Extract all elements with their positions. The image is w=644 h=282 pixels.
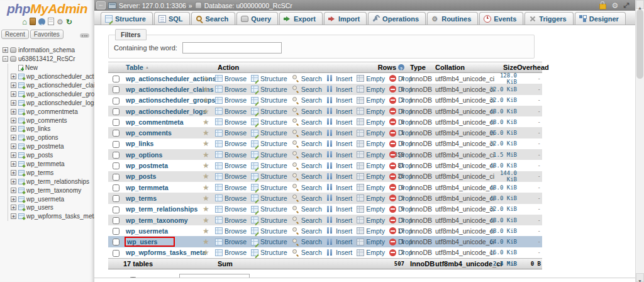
- search-link[interactable]: Search: [292, 75, 322, 82]
- search-link[interactable]: Search: [292, 184, 322, 191]
- structure-link[interactable]: Structure: [251, 108, 287, 115]
- tree-label[interactable]: wp_comments: [26, 117, 67, 124]
- favorite-star-icon[interactable]: [203, 108, 209, 115]
- tree-label[interactable]: wp_terms: [26, 169, 53, 176]
- search-link[interactable]: Search: [292, 86, 322, 93]
- row-checkbox[interactable]: [113, 98, 119, 104]
- browse-link[interactable]: Browse: [215, 249, 247, 256]
- expand-icon[interactable]: +: [11, 152, 16, 158]
- row-checkbox[interactable]: [113, 108, 119, 115]
- structure-link[interactable]: Structure: [251, 205, 287, 213]
- tree-label[interactable]: wp_actionscheduler_actions: [26, 73, 106, 80]
- tree-label[interactable]: wp_postmeta: [26, 143, 64, 150]
- row-checkbox[interactable]: [113, 152, 119, 159]
- table-name-link[interactable]: wp_postmeta: [126, 162, 168, 169]
- browse-link[interactable]: Browse: [215, 217, 247, 224]
- expand-icon[interactable]: +: [11, 213, 16, 219]
- row-checkbox[interactable]: [113, 217, 119, 224]
- favorite-star-icon[interactable]: [203, 162, 209, 169]
- insert-link[interactable]: Insert: [326, 140, 352, 147]
- tree-item-wp_actionscheduler_groups[interactable]: +wp_actionscheduler_groups: [11, 89, 94, 98]
- home-icon[interactable]: [22, 16, 27, 27]
- insert-link[interactable]: Insert: [326, 162, 352, 169]
- structure-link[interactable]: Structure: [251, 162, 287, 169]
- table-name-link[interactable]: wp_terms: [126, 195, 157, 202]
- tab-events[interactable]: Events: [479, 12, 523, 25]
- tree-label[interactable]: wp_termmeta: [26, 161, 65, 167]
- structure-link[interactable]: Structure: [251, 129, 287, 137]
- insert-link[interactable]: Insert: [326, 96, 352, 104]
- structure-link[interactable]: Structure: [251, 96, 287, 104]
- insert-link[interactable]: Insert: [326, 118, 352, 126]
- table-name-link[interactable]: wp_commentmeta: [126, 118, 184, 126]
- tree-label[interactable]: wp_usermeta: [26, 196, 64, 203]
- expand-icon[interactable]: [623, 1, 629, 9]
- row-checkbox[interactable]: [113, 174, 119, 181]
- row-checkbox[interactable]: [113, 141, 119, 148]
- expand-icon[interactable]: +: [11, 91, 16, 97]
- filter-input[interactable]: [182, 42, 282, 54]
- structure-link[interactable]: Structure: [251, 227, 287, 235]
- panel-tab-recent[interactable]: Recent: [1, 30, 29, 39]
- search-link[interactable]: Search: [292, 108, 322, 115]
- table-name-link[interactable]: wp_actionscheduler_logs: [126, 108, 206, 115]
- browse-link[interactable]: Browse: [215, 129, 247, 137]
- phpmyadmin-logo[interactable]: phpMyAdmin: [0, 1, 94, 16]
- help-icon[interactable]: [398, 64, 404, 70]
- table-name-link[interactable]: wp_users: [127, 238, 157, 245]
- browse-link[interactable]: Browse: [215, 108, 247, 115]
- tree-label[interactable]: wp_users: [26, 204, 53, 211]
- insert-link[interactable]: Insert: [326, 75, 352, 82]
- tab-routines[interactable]: Routines: [427, 12, 478, 25]
- structure-link[interactable]: Structure: [251, 249, 287, 256]
- table-name-link[interactable]: wp_wpforms_tasks_meta: [126, 249, 206, 256]
- insert-link[interactable]: Insert: [326, 172, 352, 180]
- search-link[interactable]: Search: [292, 205, 322, 213]
- table-name-link[interactable]: wp_comments: [126, 129, 172, 137]
- search-link[interactable]: Search: [292, 118, 322, 126]
- favorite-star-icon[interactable]: [203, 75, 209, 82]
- navigation-settings-icon[interactable]: [80, 33, 89, 38]
- expand-icon[interactable]: +: [11, 82, 16, 88]
- breadcrumb-database[interactable]: Database: u00000000_RcSCr: [204, 2, 292, 9]
- insert-link[interactable]: Insert: [326, 86, 352, 93]
- tree-label[interactable]: wp_links: [26, 125, 50, 132]
- favorite-star-icon[interactable]: [203, 151, 209, 159]
- row-checkbox[interactable]: [113, 228, 119, 235]
- structure-link[interactable]: Structure: [251, 118, 287, 126]
- settings-icon[interactable]: [57, 16, 64, 27]
- insert-link[interactable]: Insert: [326, 227, 352, 235]
- favorite-star-icon[interactable]: [203, 217, 209, 224]
- row-checkbox[interactable]: [113, 195, 119, 202]
- browse-link[interactable]: Browse: [215, 140, 247, 147]
- tree-item-information_schema[interactable]: +information_schema: [3, 46, 94, 55]
- insert-link[interactable]: Insert: [326, 217, 352, 224]
- favorite-star-icon[interactable]: [203, 86, 209, 93]
- search-link[interactable]: Search: [292, 217, 322, 224]
- structure-link[interactable]: Structure: [251, 217, 287, 224]
- structure-link[interactable]: Structure: [251, 75, 287, 82]
- browse-link[interactable]: Browse: [215, 162, 247, 169]
- tree-label[interactable]: wp_commentmeta: [26, 108, 78, 115]
- favorite-star-icon[interactable]: [203, 238, 209, 245]
- row-checkbox[interactable]: [113, 76, 119, 82]
- tree-label[interactable]: wp_actionscheduler_claims: [26, 82, 103, 89]
- lock-icon[interactable]: [599, 4, 606, 9]
- tree-item-wp_actionscheduler_actions[interactable]: +wp_actionscheduler_actions: [11, 72, 94, 81]
- browse-link[interactable]: Browse: [215, 184, 247, 191]
- tab-export[interactable]: Export: [279, 12, 323, 25]
- tree-item-u638613412_RcSCr[interactable]: -u638613412_RcSCr: [3, 55, 94, 64]
- tree-label[interactable]: wp_wpforms_tasks_meta: [26, 213, 97, 220]
- tree-label[interactable]: wp_options: [26, 134, 58, 141]
- tab-structure[interactable]: Structure: [101, 12, 153, 25]
- expand-icon[interactable]: +: [11, 179, 16, 184]
- scroll-down-icon[interactable]: [636, 273, 644, 282]
- breadcrumb-server[interactable]: Server: 127.0.0.1:3306: [119, 2, 186, 9]
- tree-item-wp_usermeta[interactable]: +wp_usermeta: [11, 195, 94, 203]
- tree-item-wp_actionscheduler_logs[interactable]: +wp_actionscheduler_logs: [11, 98, 94, 107]
- search-link[interactable]: Search: [292, 140, 322, 147]
- tree-item-wp_comments[interactable]: +wp_comments: [11, 116, 94, 125]
- browse-link[interactable]: Browse: [215, 195, 247, 202]
- tab-operations[interactable]: Operations: [368, 12, 426, 25]
- favorite-star-icon[interactable]: [203, 140, 209, 147]
